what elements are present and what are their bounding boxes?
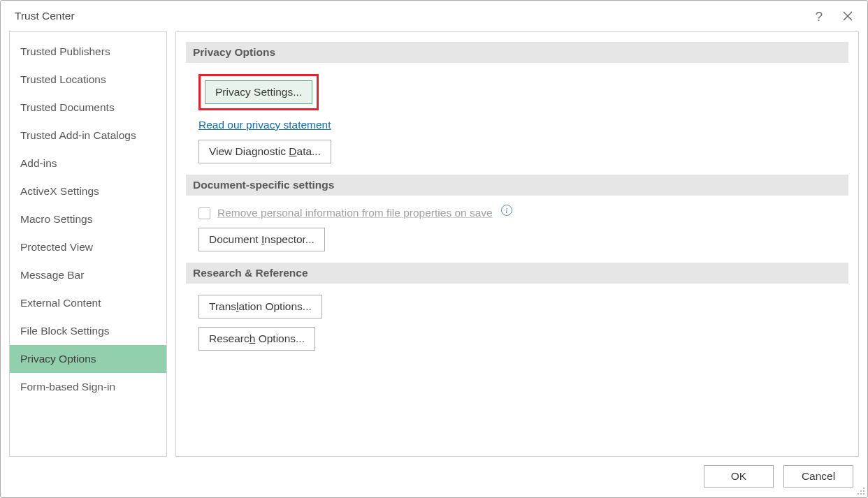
- section-body-doc-specific: Remove personal information from file pr…: [186, 203, 848, 256]
- sidebar-item-label: Form-based Sign-in: [20, 381, 115, 393]
- trust-center-dialog: Trust Center ? Trusted Publishers Truste…: [0, 0, 868, 498]
- privacy-settings-button[interactable]: Privacy Settings...: [205, 80, 312, 104]
- sidebar-item-protected-view[interactable]: Protected View: [10, 233, 166, 261]
- cancel-button[interactable]: Cancel: [783, 465, 853, 488]
- svg-rect-2: [863, 490, 865, 492]
- window-title: Trust Center: [15, 10, 75, 22]
- sidebar-item-label: ActiveX Settings: [20, 185, 99, 197]
- help-icon[interactable]: ?: [815, 10, 823, 23]
- sidebar-item-label: Trusted Publishers: [20, 45, 110, 57]
- sidebar-item-trusted-addin-catalogs[interactable]: Trusted Add-in Catalogs: [10, 122, 166, 149]
- sidebar-item-label: Message Bar: [20, 269, 84, 281]
- sidebar: Trusted Publishers Trusted Locations Tru…: [9, 31, 167, 457]
- dialog-footer: OK Cancel: [1, 457, 867, 497]
- section-header-doc-specific: Document-specific settings: [186, 175, 848, 196]
- sidebar-item-trusted-locations[interactable]: Trusted Locations: [10, 66, 166, 94]
- sidebar-item-message-bar[interactable]: Message Bar: [10, 261, 166, 289]
- sidebar-item-privacy-options[interactable]: Privacy Options: [10, 345, 166, 373]
- remove-personal-info-row: Remove personal information from file pr…: [198, 207, 512, 219]
- section-header-research: Research & Reference: [186, 263, 848, 284]
- sidebar-item-label: External Content: [20, 297, 101, 309]
- sidebar-item-label: Trusted Locations: [20, 73, 106, 85]
- sidebar-item-add-ins[interactable]: Add-ins: [10, 149, 166, 177]
- sidebar-item-label: Trusted Documents: [20, 101, 115, 113]
- section-body-privacy: Privacy Settings... Read our privacy sta…: [186, 70, 848, 168]
- sidebar-item-activex-settings[interactable]: ActiveX Settings: [10, 177, 166, 205]
- svg-rect-1: [860, 490, 862, 492]
- sidebar-item-label: Protected View: [20, 241, 93, 253]
- sidebar-item-trusted-publishers[interactable]: Trusted Publishers: [10, 38, 166, 66]
- body-area: Trusted Publishers Trusted Locations Tru…: [1, 31, 867, 457]
- document-inspector-button[interactable]: Document Inspector...: [198, 228, 325, 251]
- sidebar-item-trusted-documents[interactable]: Trusted Documents: [10, 94, 166, 122]
- remove-personal-info-label: Remove personal information from file pr…: [217, 207, 493, 219]
- svg-rect-3: [858, 493, 859, 495]
- remove-personal-info-checkbox: [198, 207, 210, 219]
- sidebar-item-macro-settings[interactable]: Macro Settings: [10, 205, 166, 233]
- sidebar-item-label: Add-ins: [20, 157, 57, 169]
- section-header-privacy: Privacy Options: [186, 42, 848, 63]
- sidebar-item-label: Privacy Options: [20, 353, 96, 365]
- research-options-button[interactable]: Research Options...: [198, 327, 315, 351]
- sidebar-item-form-based-sign-in[interactable]: Form-based Sign-in: [10, 373, 166, 401]
- sidebar-item-external-content[interactable]: External Content: [10, 289, 166, 317]
- translation-options-button[interactable]: Translation Options...: [198, 295, 322, 318]
- svg-rect-5: [863, 493, 865, 495]
- section-body-research: Translation Options... Research Options.…: [186, 291, 848, 355]
- view-diagnostic-data-button[interactable]: View Diagnostic Data...: [198, 140, 331, 163]
- titlebar-controls: ?: [815, 10, 853, 23]
- sidebar-item-file-block-settings[interactable]: File Block Settings: [10, 317, 166, 345]
- sidebar-item-label: Macro Settings: [20, 213, 92, 225]
- sidebar-item-label: File Block Settings: [20, 325, 110, 337]
- ok-button[interactable]: OK: [704, 465, 774, 488]
- sidebar-item-label: Trusted Add-in Catalogs: [20, 129, 136, 141]
- privacy-statement-link[interactable]: Read our privacy statement: [198, 119, 331, 131]
- highlight-box: Privacy Settings...: [198, 74, 319, 110]
- close-icon[interactable]: [842, 10, 853, 22]
- svg-rect-4: [860, 493, 862, 495]
- content-panel: Privacy Options Privacy Settings... Read…: [175, 31, 859, 457]
- info-icon[interactable]: i: [501, 205, 512, 216]
- resize-grip-icon[interactable]: [855, 485, 867, 497]
- svg-rect-0: [863, 488, 865, 489]
- titlebar: Trust Center ?: [1, 1, 867, 31]
